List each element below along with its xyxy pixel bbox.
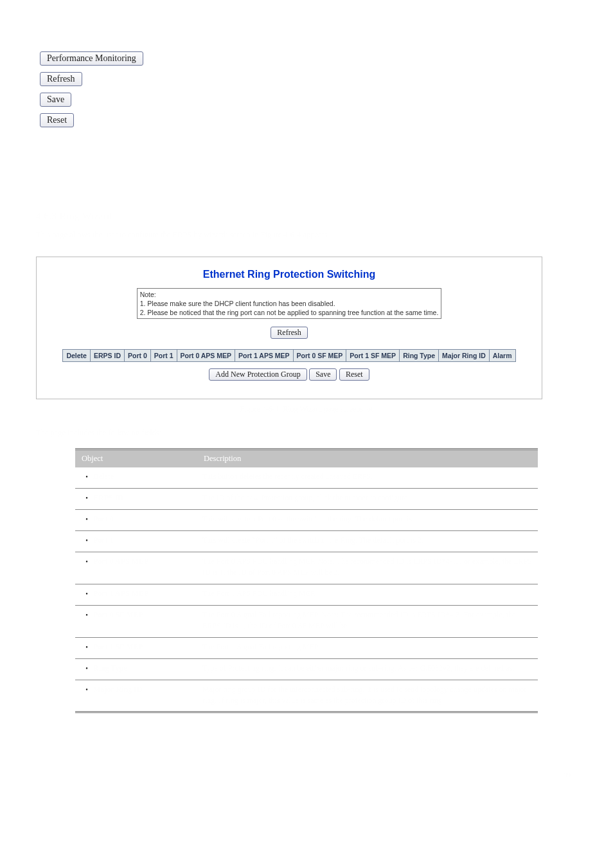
table-row: •Port 1This will create "Port 1" of the …: [75, 531, 538, 552]
object-name: Delete: [93, 471, 114, 482]
table-row: •ERPS IDThe ID of the new Protection gro…: [75, 489, 538, 510]
figure-save-button[interactable]: Save: [309, 368, 337, 381]
bullet-icon: •: [80, 493, 93, 504]
obj-header-description: Description: [197, 449, 538, 468]
table-row: •Major Ring IDMajor ring group ID for th…: [75, 680, 538, 712]
col-port-0: Port 0: [124, 350, 150, 362]
section-description: This page allows the user to configure t…: [36, 230, 577, 241]
object-cell: •ERPS ID: [75, 489, 197, 510]
refresh-button[interactable]: Refresh: [40, 72, 82, 86]
object-cell: •Port 1: [75, 531, 197, 552]
table-row: •Port 1 SF MEPThe Port 1 Signal Fail rep…: [75, 637, 538, 658]
object-name: Port 1 APS MEP: [93, 588, 148, 599]
col-port-1-aps-mep: Port 1 APS MEP: [235, 350, 294, 362]
description-cell: The Port 1 APS PDU handling MEP.: [197, 584, 538, 605]
col-port-0-sf-mep: Port 0 SF MEP: [293, 350, 346, 362]
bullet-icon: •: [80, 588, 93, 600]
figure-title: Ethernet Ring Protection Switching: [42, 269, 537, 280]
col-port-1-sf-mep: Port 1 SF MEP: [346, 350, 400, 362]
save-button[interactable]: Save: [40, 93, 71, 107]
description-cell: This will create a Port 0 of the switch …: [197, 510, 538, 531]
object-name: Major Ring ID: [93, 684, 142, 695]
col-ring-type: Ring Type: [400, 350, 439, 362]
figure-refresh-button[interactable]: Refresh: [271, 327, 307, 339]
bullet-icon: •: [80, 663, 93, 674]
object-name: Port 1: [93, 535, 114, 546]
bullet-icon: •: [80, 684, 93, 696]
table-row: •Port 1 APS MEPThe Port 1 APS PDU handli…: [75, 584, 538, 605]
table-row: •DeleteThis button deletes the recently …: [75, 467, 538, 489]
object-cell: •Port 0: [75, 510, 197, 531]
note-line-1: 1. Please make sure the DHCP client func…: [140, 300, 335, 307]
col-delete: Delete: [63, 350, 91, 362]
object-description-table: Object Description •DeleteThis button de…: [75, 448, 538, 713]
bullet-icon: •: [80, 556, 93, 568]
figure-box: Ethernet Ring Protection Switching Note:…: [36, 257, 542, 400]
table-row: •Ring TypeType of Protecting ring. It ca…: [75, 658, 538, 680]
page-number: 139: [36, 771, 577, 779]
top-button-group: Performance Monitoring Refresh Save Rese…: [36, 26, 577, 134]
bullet-icon: •: [80, 642, 93, 653]
object-name: Port 1 SF MEP: [93, 642, 143, 653]
description-cell: This will create "Port 1" of the switch …: [197, 531, 538, 552]
object-name: Port 0 SF MEP: [93, 610, 143, 620]
col-port-1: Port 1: [150, 350, 177, 362]
object-cell: •Port 0 SF MEP: [75, 605, 197, 637]
add-protection-group-button[interactable]: Add New Protection Group: [209, 368, 306, 381]
object-cell: •Port 0 APS MEP: [75, 552, 197, 584]
col-alarm: Alarm: [489, 350, 515, 362]
object-cell: •Port 1 SF MEP: [75, 637, 197, 658]
figure-caption: Figure 4-6-4: Ring Wizard page screensho…: [36, 404, 577, 414]
col-erps-id: ERPS ID: [90, 350, 124, 362]
performance-monitoring-button[interactable]: Performance Monitoring: [40, 51, 143, 66]
table-row: •Port 0This will create a Port 0 of the …: [75, 510, 538, 531]
object-name: Port 0: [93, 514, 114, 525]
table-row: •Port 0 SF MEPThe Port 0 Signal Fail rep…: [75, 605, 538, 637]
object-name: ERPS ID: [93, 493, 123, 503]
note-label: Note:: [140, 291, 156, 298]
bullet-icon: •: [80, 610, 93, 621]
description-cell: Major ring group ID for the interconnect…: [197, 680, 538, 712]
description-cell: The Port 1 Signal Fail reporting MEP.: [197, 637, 538, 658]
col-major-ring-id: Major Ring ID: [439, 350, 490, 362]
description-cell: This button deletes the recently created…: [197, 467, 538, 489]
note-line-2: 2. Please be noticed that the ring port …: [140, 309, 439, 316]
object-cell: •Ring Type: [75, 658, 197, 680]
table-row: •Port 0 APS MEPThe Port 0 APS PDU handli…: [75, 552, 538, 584]
description-cell: The ID of the new Protection group, clic…: [197, 489, 538, 510]
object-cell: •Port 1 APS MEP: [75, 584, 197, 605]
object-cell: •Delete: [75, 467, 197, 489]
description-cell: The Port 0 Signal Fail reporting MEP. No…: [197, 605, 538, 637]
object-cell: •Major Ring ID: [75, 680, 197, 712]
figure-reset-button[interactable]: Reset: [339, 368, 369, 381]
object-name: Ring Type: [93, 663, 127, 674]
section-heading: 4.6.3 Ring Wizard: [36, 211, 577, 222]
description-cell: The Port 0 APS PDU handling MEP. Note: T…: [197, 552, 538, 584]
description-cell: Type of Protecting ring. It can be eithe…: [197, 658, 538, 680]
bullet-icon: •: [80, 471, 93, 483]
col-port-0-aps-mep: Port 0 APS MEP: [177, 350, 235, 362]
erps-columns-table: Delete ERPS ID Port 0 Port 1 Port 0 APS …: [62, 349, 515, 362]
object-name: Port 0 APS MEP: [93, 556, 148, 567]
bullet-icon: •: [80, 535, 93, 547]
bullet-icon: •: [80, 514, 93, 525]
obj-header-object: Object: [75, 449, 197, 468]
note-box: Note: 1. Please make sure the DHCP clien…: [137, 288, 442, 320]
pre-table-text: The page includes the following fields:: [36, 428, 577, 438]
reset-button[interactable]: Reset: [40, 113, 74, 127]
